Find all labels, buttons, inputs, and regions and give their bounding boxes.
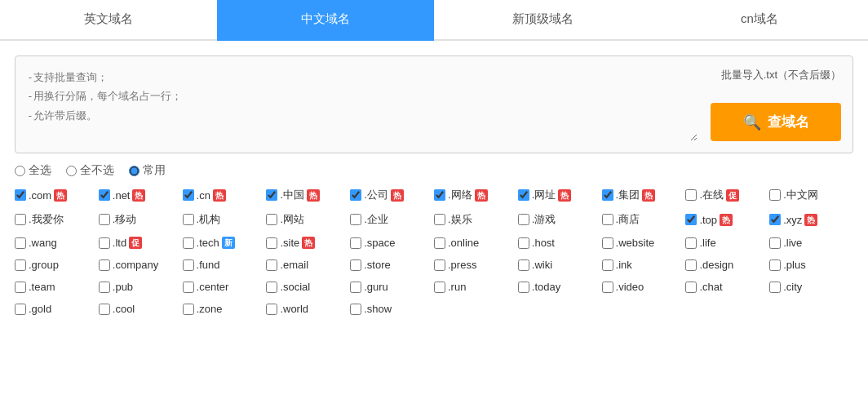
domain-name: .公司 [364, 188, 388, 202]
domain-name: .live [783, 237, 802, 249]
domain-item: .space [350, 235, 434, 251]
domain-checkbox[interactable] [685, 189, 697, 201]
tab-cn[interactable]: cn域名 [651, 0, 868, 41]
domain-checkbox[interactable] [15, 282, 26, 293]
domain-badge: 促 [726, 189, 739, 202]
domain-name: .store [364, 259, 391, 271]
domain-item: .企业 [350, 211, 434, 228]
domain-item: .网站 [266, 211, 350, 228]
domain-name: .cn [197, 189, 210, 202]
domain-checkbox[interactable] [99, 189, 110, 201]
domain-name: .host [532, 237, 555, 249]
import-button[interactable]: 批量导入.txt（不含后缀） [721, 68, 841, 82]
domain-checkbox[interactable] [685, 259, 697, 271]
domain-item: .city [769, 279, 853, 295]
domain-checkbox[interactable] [183, 237, 194, 249]
domain-search-input[interactable] [27, 68, 698, 141]
domain-checkbox[interactable] [266, 304, 277, 315]
domain-checkbox[interactable] [685, 282, 697, 293]
domain-checkbox[interactable] [350, 189, 361, 201]
domain-name: .world [280, 303, 308, 315]
domain-name: .游戏 [532, 212, 556, 227]
domain-checkbox[interactable] [183, 189, 194, 201]
domain-checkbox[interactable] [769, 214, 781, 225]
domain-checkbox[interactable] [518, 214, 529, 225]
domain-checkbox[interactable] [518, 282, 529, 293]
domain-checkbox[interactable] [15, 237, 26, 249]
domain-checkbox[interactable] [183, 214, 194, 225]
radio-input-none[interactable] [66, 166, 77, 176]
tab-chinese[interactable]: 中文域名 [217, 0, 434, 41]
domain-item: .site热 [266, 235, 350, 251]
search-button[interactable]: 🔍 查域名 [711, 103, 841, 141]
domain-checkbox[interactable] [99, 304, 110, 315]
domain-item: .top热 [685, 211, 769, 228]
domain-item: .ltd促 [99, 235, 183, 251]
domain-checkbox[interactable] [15, 214, 26, 225]
domain-badge: 新 [222, 237, 235, 249]
domain-checkbox[interactable] [350, 214, 361, 225]
radio-none[interactable]: 全不选 [66, 163, 114, 178]
domain-checkbox[interactable] [602, 214, 613, 225]
radio-all[interactable]: 全选 [15, 163, 51, 178]
domain-checkbox[interactable] [266, 282, 277, 293]
domain-checkbox[interactable] [266, 214, 277, 225]
search-icon: 🔍 [743, 113, 761, 131]
domain-checkbox[interactable] [434, 237, 445, 249]
domain-checkbox[interactable] [769, 259, 781, 271]
domain-checkbox[interactable] [99, 237, 110, 249]
tab-english[interactable]: 英文域名 [0, 0, 217, 41]
domain-checkbox[interactable] [350, 259, 361, 271]
domain-checkbox[interactable] [518, 259, 529, 271]
domain-checkbox[interactable] [183, 259, 194, 271]
domain-checkbox[interactable] [602, 189, 613, 201]
domain-checkbox[interactable] [434, 259, 445, 271]
domain-checkbox[interactable] [769, 237, 781, 249]
domain-name: .机构 [197, 212, 221, 227]
radio-input-common[interactable] [129, 166, 140, 176]
domain-checkbox[interactable] [266, 259, 277, 271]
domain-name: .center [197, 281, 229, 293]
domain-checkbox[interactable] [350, 237, 361, 249]
domain-checkbox[interactable] [434, 189, 445, 201]
domain-name: .在线 [699, 188, 724, 202]
domain-checkbox[interactable] [15, 189, 26, 201]
domain-name: .zone [197, 303, 223, 315]
domain-checkbox[interactable] [434, 282, 445, 293]
domain-checkbox[interactable] [685, 237, 697, 249]
domain-checkbox[interactable] [602, 282, 613, 293]
domain-checkbox[interactable] [266, 189, 277, 201]
domain-checkbox[interactable] [685, 214, 697, 225]
domain-item: .xyz热 [769, 211, 853, 228]
domain-checkbox[interactable] [769, 282, 781, 293]
domain-item: .ink [602, 257, 686, 273]
domain-name: .我爱你 [29, 212, 64, 227]
radio-common[interactable]: 常用 [129, 163, 166, 178]
domain-checkbox[interactable] [15, 259, 26, 271]
domain-checkbox[interactable] [769, 189, 781, 201]
domain-checkbox[interactable] [434, 214, 445, 225]
domain-checkbox[interactable] [518, 189, 529, 201]
domain-item: .guru [350, 279, 434, 295]
domain-checkbox[interactable] [602, 237, 613, 249]
domain-checkbox[interactable] [183, 282, 194, 293]
domain-name: .city [783, 281, 802, 293]
domain-checkbox[interactable] [99, 282, 110, 293]
domain-checkbox[interactable] [15, 304, 26, 315]
domain-checkbox[interactable] [266, 237, 277, 249]
domain-name: .online [448, 237, 479, 249]
domain-checkbox[interactable] [183, 304, 194, 315]
domain-name: .top [699, 214, 717, 226]
domain-item: .online [434, 235, 518, 251]
select-bar: 全选全不选常用 [15, 163, 853, 178]
radio-input-all[interactable] [15, 166, 25, 176]
domain-checkbox[interactable] [602, 259, 613, 271]
domain-checkbox[interactable] [99, 214, 110, 225]
domain-checkbox[interactable] [350, 304, 361, 315]
domain-checkbox[interactable] [350, 282, 361, 293]
domain-checkbox[interactable] [99, 259, 110, 271]
domain-name: .fund [197, 259, 220, 271]
tab-new-tld[interactable]: 新顶级域名 [434, 0, 651, 41]
domain-item: .company [99, 257, 183, 273]
domain-checkbox[interactable] [518, 237, 529, 249]
